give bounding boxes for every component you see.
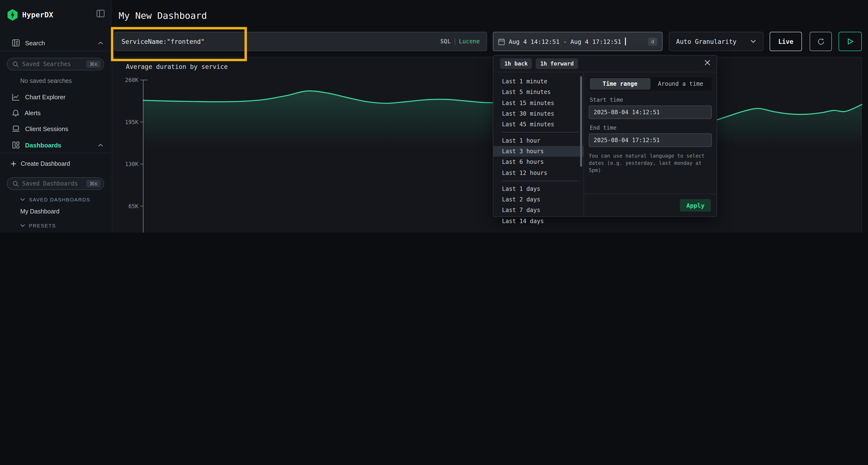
chevron-down-icon	[20, 224, 25, 227]
time-option[interactable]: Last 45 minutes	[493, 119, 584, 130]
plus-icon	[10, 161, 17, 167]
play-button[interactable]	[839, 32, 862, 51]
end-time-input[interactable]: 2025-08-04 17:12:51	[589, 133, 712, 147]
time-option[interactable]: Last 2 days	[493, 194, 584, 205]
create-dashboard-button[interactable]: Create Dashboard	[0, 159, 111, 169]
toggle-separator	[455, 38, 455, 45]
saved-dashboards-input[interactable]: Saved Dashboards ⌘K	[7, 177, 104, 190]
start-time-input[interactable]: 2025-08-04 14:12:51	[589, 105, 712, 119]
chevron-down-icon	[750, 39, 756, 43]
close-icon[interactable]	[704, 59, 711, 66]
time-picker-tabs: Time range Around a time	[589, 77, 712, 91]
granularity-select[interactable]: Auto Granularity	[669, 32, 763, 51]
time-option[interactable]: Last 5 minutes	[493, 87, 584, 98]
sidebar-divider	[0, 153, 111, 153]
lucene-toggle[interactable]: Lucene	[459, 38, 480, 45]
list-divider	[502, 180, 579, 181]
saved-dashboards-section[interactable]: SAVED DASHBOARDS	[20, 197, 90, 202]
avg-duration-chart: 065K130K195K260KAug 4 2:10:00 PM2:35:00 …	[113, 57, 862, 232]
chart-panel-avg-duration: Average duration by service 065K130K195K…	[112, 57, 862, 232]
page-title[interactable]: My New Dashboard	[119, 10, 207, 21]
presets-section[interactable]: PRESETS	[20, 223, 56, 228]
chart-explorer-icon	[12, 93, 20, 100]
tab-around-a-time[interactable]: Around a time	[650, 78, 711, 90]
sidebar-item-alerts[interactable]: Alerts	[0, 107, 111, 118]
list-divider	[502, 132, 579, 133]
chevron-down-icon	[20, 198, 25, 201]
tab-time-range[interactable]: Time range	[590, 78, 650, 90]
start-time-label: Start time	[590, 96, 712, 103]
chart-title[interactable]: Average duration by service	[126, 63, 228, 70]
text-cursor	[625, 38, 626, 45]
relative-time-list: Last 1 minute Last 5 minutes Last 15 min…	[493, 72, 584, 217]
sidebar-item-client-sessions[interactable]: Client Sessions	[0, 123, 111, 134]
brand-logo-row[interactable]: HyperDX	[7, 9, 53, 21]
sidebar-divider	[0, 51, 111, 51]
laptop-icon	[12, 125, 20, 132]
hyperdx-app: HyperDX Search Saved Searches ⌘K No save…	[0, 0, 868, 232]
sidebar-item-label: Chart Explorer	[25, 93, 111, 100]
cmd-k-shortcut: ⌘K	[87, 180, 101, 188]
no-saved-searches-text: No saved searches	[20, 77, 72, 84]
play-icon	[847, 38, 853, 45]
scrollbar-thumb[interactable]	[580, 76, 582, 167]
sidebar-item-search[interactable]: Search	[0, 37, 111, 49]
popover-footer: Apply	[584, 194, 717, 217]
search-icon	[12, 180, 19, 187]
duration-format-badge: d	[648, 37, 657, 45]
sidebar: HyperDX Search Saved Searches ⌘K No save…	[0, 0, 112, 232]
live-button[interactable]: Live	[770, 32, 802, 51]
time-option[interactable]: Last 7 days	[493, 205, 584, 216]
time-option[interactable]: Last 1 minute	[493, 76, 584, 87]
shift-back-button[interactable]: 1h back	[500, 58, 532, 69]
search-icon	[12, 61, 19, 67]
svg-text:130K: 130K	[125, 161, 138, 167]
time-range-input[interactable]: Aug 4 14:12:51 - Aug 4 17:12:51 d	[493, 32, 662, 51]
search-section-icon	[12, 39, 20, 47]
query-input[interactable]: ServiceName:"frontend" SQL Lucene	[114, 32, 487, 51]
brand-name: HyperDX	[22, 10, 53, 19]
time-option[interactable]: Last 1 hour	[493, 135, 584, 146]
sql-toggle[interactable]: SQL	[440, 38, 451, 45]
query-text[interactable]: ServiceName:"frontend"	[122, 38, 440, 45]
cmd-k-shortcut: ⌘K	[87, 60, 101, 68]
section-label: SAVED DASHBOARDS	[29, 197, 90, 202]
end-time-label: End time	[590, 124, 712, 131]
saved-dashboards-placeholder: Saved Dashboards	[22, 180, 83, 187]
hyperdx-logo-icon	[7, 9, 18, 21]
section-label: PRESETS	[29, 223, 56, 228]
apply-button[interactable]: Apply	[680, 199, 711, 211]
granularity-value: Auto Granularity	[676, 38, 736, 45]
time-option[interactable]: Last 6 hours	[493, 157, 584, 167]
sidebar-item-label: Client Sessions	[25, 125, 111, 132]
dashboard-link-my-dashboard[interactable]: My Dashboard	[20, 208, 60, 215]
chevron-up-icon[interactable]	[98, 143, 103, 147]
shift-forward-button[interactable]: 1h forward	[536, 58, 578, 69]
time-option[interactable]: Last 30 minutes	[493, 108, 584, 119]
sidebar-item-dashboards[interactable]: Dashboards	[0, 140, 111, 150]
time-option[interactable]: Last 15 minutes	[493, 98, 584, 108]
sidebar-item-label: Alerts	[25, 109, 111, 117]
time-picker-popover: 1h back 1h forward Last 1 minute Last 5 …	[493, 55, 717, 217]
time-option[interactable]: Last 12 hours	[493, 167, 584, 178]
chevron-up-icon[interactable]	[98, 41, 103, 44]
refresh-button[interactable]	[810, 32, 832, 51]
saved-searches-placeholder: Saved Searches	[22, 61, 83, 67]
dashboards-icon	[12, 141, 20, 149]
saved-searches-input[interactable]: Saved Searches ⌘K	[7, 58, 104, 70]
calendar-icon	[498, 38, 505, 45]
time-range-value[interactable]: Aug 4 14:12:51 - Aug 4 17:12:51	[509, 38, 621, 45]
refresh-icon	[816, 37, 825, 46]
bell-icon	[12, 109, 19, 117]
svg-text:260K: 260K	[125, 77, 138, 83]
collapse-sidebar-icon[interactable]	[96, 10, 105, 18]
sidebar-item-chart-explorer[interactable]: Chart Explorer	[0, 92, 111, 102]
time-option[interactable]: Last 14 days	[493, 215, 584, 227]
time-option-selected[interactable]: Last 3 hours	[493, 146, 584, 157]
svg-text:65K: 65K	[128, 203, 138, 209]
create-dashboard-label: Create Dashboard	[21, 161, 111, 167]
time-option[interactable]: Last 1 days	[493, 184, 584, 194]
natural-language-hint: You can use natural language to select d…	[589, 152, 712, 174]
svg-text:195K: 195K	[125, 119, 138, 125]
